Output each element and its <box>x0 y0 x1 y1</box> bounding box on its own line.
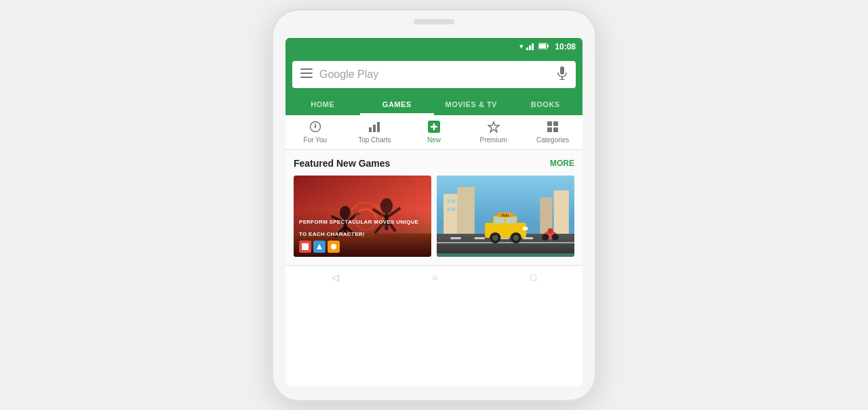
signal-icon <box>526 42 536 52</box>
taxi-scene: TAXI <box>437 176 574 257</box>
svg-rect-6 <box>300 68 313 70</box>
svg-rect-51 <box>554 190 569 234</box>
svg-rect-10 <box>561 77 563 79</box>
search-bar[interactable]: Google Play <box>292 61 576 88</box>
svg-rect-8 <box>300 77 313 78</box>
content-area: Featured New Games MORE <box>285 150 583 265</box>
game-card-1-text: PERFORM SPECTACULAR MOVES UNIQUE TO EACH… <box>299 219 418 237</box>
svg-rect-2 <box>532 43 534 50</box>
top-charts-label: Top Charts <box>358 136 391 144</box>
svg-rect-55 <box>450 237 460 239</box>
phone-shell: ▾ 10 <box>271 9 597 402</box>
for-you-icon <box>309 121 321 135</box>
svg-rect-56 <box>475 237 485 239</box>
sub-tab-top-charts[interactable]: Top Charts <box>345 115 405 149</box>
svg-rect-22 <box>553 121 558 126</box>
categories-icon <box>547 121 559 135</box>
categories-label: Categories <box>536 136 569 144</box>
svg-rect-70 <box>523 226 528 230</box>
recents-icon[interactable]: □ <box>530 272 536 283</box>
more-button[interactable]: MORE <box>550 159 574 168</box>
svg-rect-49 <box>452 207 455 211</box>
wifi-icon: ▾ <box>519 42 524 51</box>
svg-rect-48 <box>447 207 450 211</box>
phone-wrapper: ▾ 10 <box>271 9 597 402</box>
svg-rect-69 <box>507 217 516 223</box>
phone-notch <box>414 19 454 24</box>
sub-tabs: For You Top Charts <box>285 115 583 150</box>
svg-rect-47 <box>452 199 455 203</box>
svg-rect-41 <box>302 243 309 250</box>
svg-rect-5 <box>547 45 549 47</box>
search-bar-container: Google Play <box>285 56 583 94</box>
sub-tab-categories[interactable]: Categories <box>523 115 583 149</box>
game-card-2[interactable]: TAXI <box>437 176 574 257</box>
new-label: New <box>427 136 441 144</box>
svg-point-14 <box>314 125 316 127</box>
svg-marker-42 <box>317 244 322 249</box>
premium-label: Premium <box>480 136 507 144</box>
bottom-bar: ◁ ○ □ <box>285 265 583 289</box>
nav-tabs: HOME GAMES MOVIES & TV BOOKS <box>285 94 583 115</box>
game-card-1[interactable]: PERFORM SPECTACULAR MOVES UNIQUE TO EACH… <box>294 176 431 257</box>
svg-rect-54 <box>437 242 574 243</box>
svg-rect-9 <box>560 66 564 75</box>
svg-rect-15 <box>369 127 372 132</box>
svg-rect-68 <box>494 217 504 223</box>
premium-icon <box>488 121 500 135</box>
phone-screen: ▾ 10 <box>285 38 583 386</box>
svg-rect-16 <box>373 125 376 132</box>
svg-text:TAXI: TAXI <box>501 213 509 217</box>
svg-point-72 <box>542 233 549 240</box>
svg-rect-23 <box>547 127 552 132</box>
nav-tab-home[interactable]: HOME <box>285 94 360 115</box>
battery-icon <box>538 43 549 51</box>
search-placeholder: Google Play <box>319 68 550 81</box>
section-header: Featured New Games MORE <box>294 158 574 169</box>
sub-tab-for-you[interactable]: For You <box>285 115 345 149</box>
svg-point-65 <box>492 234 498 240</box>
svg-rect-0 <box>526 47 528 50</box>
new-icon <box>428 121 440 135</box>
nav-tab-movies[interactable]: MOVIES & TV <box>434 94 509 115</box>
mic-icon[interactable] <box>557 66 568 83</box>
svg-rect-1 <box>529 45 531 50</box>
svg-point-43 <box>331 244 336 249</box>
top-charts-icon <box>368 121 380 135</box>
svg-rect-17 <box>377 122 380 132</box>
status-icons: ▾ 10 <box>519 42 576 52</box>
status-bar: ▾ 10 <box>285 38 583 56</box>
status-time: 10:08 <box>555 42 576 52</box>
svg-rect-24 <box>553 127 558 132</box>
home-icon[interactable]: ○ <box>432 272 437 283</box>
svg-point-74 <box>547 228 553 233</box>
featured-section-title: Featured New Games <box>294 158 390 169</box>
svg-rect-45 <box>443 194 457 235</box>
back-icon[interactable]: ◁ <box>332 272 339 283</box>
nav-tab-books[interactable]: BOOKS <box>509 94 583 115</box>
svg-point-73 <box>552 233 559 240</box>
hamburger-icon[interactable] <box>300 68 313 80</box>
svg-rect-7 <box>300 73 313 74</box>
svg-rect-46 <box>447 199 450 203</box>
game-card-1-overlay: PERFORM SPECTACULAR MOVES UNIQUE TO EACH… <box>294 210 431 257</box>
svg-rect-50 <box>457 186 474 234</box>
svg-rect-4 <box>539 44 546 48</box>
svg-rect-11 <box>559 79 565 80</box>
sub-tab-new[interactable]: New <box>404 115 464 149</box>
for-you-label: For You <box>304 136 327 144</box>
svg-rect-21 <box>547 121 552 126</box>
svg-point-67 <box>513 234 519 240</box>
games-grid: PERFORM SPECTACULAR MOVES UNIQUE TO EACH… <box>294 176 574 257</box>
nav-tab-games[interactable]: GAMES <box>360 94 435 115</box>
sub-tab-premium[interactable]: Premium <box>464 115 524 149</box>
